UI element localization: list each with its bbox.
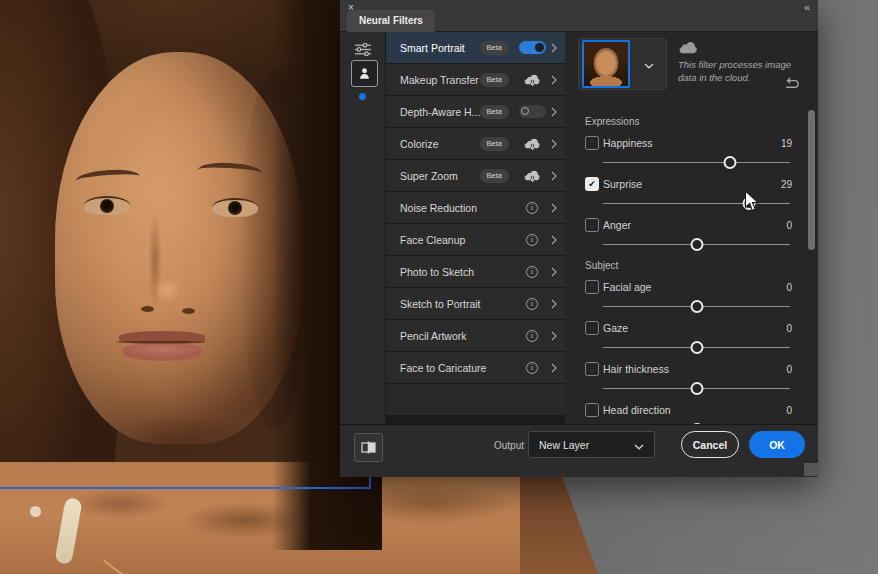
slider-track[interactable] (603, 235, 790, 255)
chevron-right-icon[interactable] (551, 203, 557, 213)
slider-sections: Expressions Happiness 19 Surprise 29 Ang… (585, 116, 792, 424)
chevron-down-icon (634, 436, 644, 454)
panel-scrollbar[interactable] (808, 110, 815, 250)
chevron-right-icon[interactable] (551, 235, 557, 245)
lower-lip (123, 344, 202, 361)
slider-track[interactable] (603, 297, 790, 317)
slider-thumb[interactable] (742, 197, 755, 210)
filter-row[interactable]: Makeup Transfer Beta (386, 64, 565, 95)
portrait-icon (357, 66, 372, 81)
slider-thumb[interactable] (690, 382, 703, 395)
slider-label: Facial age (603, 281, 651, 293)
filter-name: Face Cleanup (400, 234, 517, 246)
chevron-right-icon[interactable] (551, 43, 557, 53)
slider-item: Anger 0 (585, 215, 792, 256)
chevron-right-icon[interactable] (551, 107, 557, 117)
slider-item: Facial age 0 (585, 277, 792, 318)
output-label: Output (486, 440, 524, 451)
slider-checkbox[interactable] (585, 136, 599, 150)
filter-name: Sketch to Portrait (400, 298, 517, 310)
filter-name: Photo to Sketch (400, 266, 517, 278)
slider-track[interactable] (603, 379, 790, 399)
info-icon[interactable] (517, 298, 547, 310)
info-icon[interactable] (517, 362, 547, 374)
filter-name: Depth-Aware H... (400, 106, 480, 118)
slider-track[interactable] (603, 338, 790, 358)
chevron-right-icon[interactable] (551, 75, 557, 85)
info-icon[interactable] (517, 266, 547, 278)
filter-row[interactable]: Depth-Aware H... Beta (386, 96, 565, 127)
info-icon[interactable] (517, 234, 547, 246)
chevron-down-icon[interactable] (644, 55, 654, 73)
slider-value: 19 (781, 138, 792, 149)
slider-label: Surprise (603, 178, 642, 190)
slider-checkbox[interactable] (585, 177, 599, 191)
slider-checkbox[interactable] (585, 362, 599, 376)
slider-checkbox[interactable] (585, 218, 599, 232)
filter-row[interactable]: Super Zoom Beta (386, 160, 565, 191)
resize-grip[interactable] (804, 463, 818, 476)
beta-badge: Beta (480, 73, 509, 87)
slider-thumb[interactable] (690, 238, 703, 251)
filter-row[interactable]: Photo to Sketch (386, 256, 565, 287)
filter-name: Face to Caricature (400, 362, 517, 374)
cloud-download-icon[interactable] (517, 137, 547, 151)
preview-toggle-button[interactable] (354, 433, 383, 462)
slider-item: Surprise 29 (585, 174, 792, 215)
filter-row[interactable]: Face Cleanup (386, 224, 565, 255)
filter-settings-panel: This filter processes image data in the … (565, 32, 818, 424)
info-icon[interactable] (517, 330, 547, 342)
dialog-footer: Output New Layer Cancel OK (340, 424, 818, 477)
all-filters-icon[interactable] (354, 42, 372, 60)
iris (228, 201, 242, 215)
filter-disabled-toggle[interactable] (517, 105, 547, 118)
slider-section: Expressions Happiness 19 Surprise 29 Ang… (585, 116, 792, 256)
filter-name: Noise Reduction (400, 202, 517, 214)
filter-name: Colorize (400, 138, 480, 150)
slider-track[interactable] (603, 153, 790, 173)
slider-item: Hair thickness 0 (585, 359, 792, 400)
chevron-right-icon[interactable] (551, 171, 557, 181)
chevron-right-icon[interactable] (551, 267, 557, 277)
chevron-right-icon[interactable] (551, 363, 557, 373)
slider-track[interactable] (603, 194, 790, 214)
reset-filter-icon[interactable] (783, 76, 800, 94)
filter-row[interactable]: Smart Portrait Beta (386, 32, 565, 63)
beta-badge: Beta (480, 137, 509, 151)
filter-enabled-toggle[interactable] (517, 41, 547, 54)
chevron-right-icon[interactable] (551, 331, 557, 341)
cancel-button[interactable]: Cancel (681, 431, 739, 458)
slider-label: Gaze (603, 322, 628, 334)
portrait-tool-button[interactable] (351, 60, 378, 87)
slider-checkbox[interactable] (585, 321, 599, 335)
dialog-titlebar: × Neural Filters « (340, 0, 818, 32)
slider-checkbox[interactable] (585, 403, 599, 417)
collapse-panel-icon[interactable]: « (804, 1, 810, 13)
cloud-download-icon[interactable] (517, 73, 547, 87)
filter-row[interactable]: Sketch to Portrait (386, 288, 565, 319)
slider-value: 29 (781, 179, 792, 190)
chevron-right-icon[interactable] (551, 139, 557, 149)
slider-thumb[interactable] (690, 341, 703, 354)
info-icon[interactable] (517, 202, 547, 214)
slider-value: 0 (786, 282, 792, 293)
output-select[interactable]: New Layer (528, 431, 655, 458)
beta-badge: Beta (480, 41, 509, 55)
slider-value: 0 (786, 220, 792, 231)
tab-neural-filters[interactable]: Neural Filters (347, 10, 435, 32)
slider-thumb[interactable] (724, 156, 737, 169)
cloud-download-icon[interactable] (517, 169, 547, 183)
eye (84, 196, 130, 215)
cloud-icon (678, 40, 699, 58)
face-selector[interactable] (578, 38, 667, 90)
filter-row[interactable]: Noise Reduction (386, 192, 565, 223)
filter-row[interactable]: Colorize Beta (386, 128, 565, 159)
ok-button[interactable]: OK (749, 431, 805, 458)
slider-section: Subject Facial age 0 Gaze 0 Hair thickne… (585, 260, 792, 424)
filter-row[interactable]: Face to Caricature (386, 352, 565, 383)
slider-checkbox[interactable] (585, 280, 599, 294)
slider-item: Gaze 0 (585, 318, 792, 359)
filter-row[interactable]: Pencil Artwork (386, 320, 565, 351)
chevron-right-icon[interactable] (551, 299, 557, 309)
slider-thumb[interactable] (690, 300, 703, 313)
